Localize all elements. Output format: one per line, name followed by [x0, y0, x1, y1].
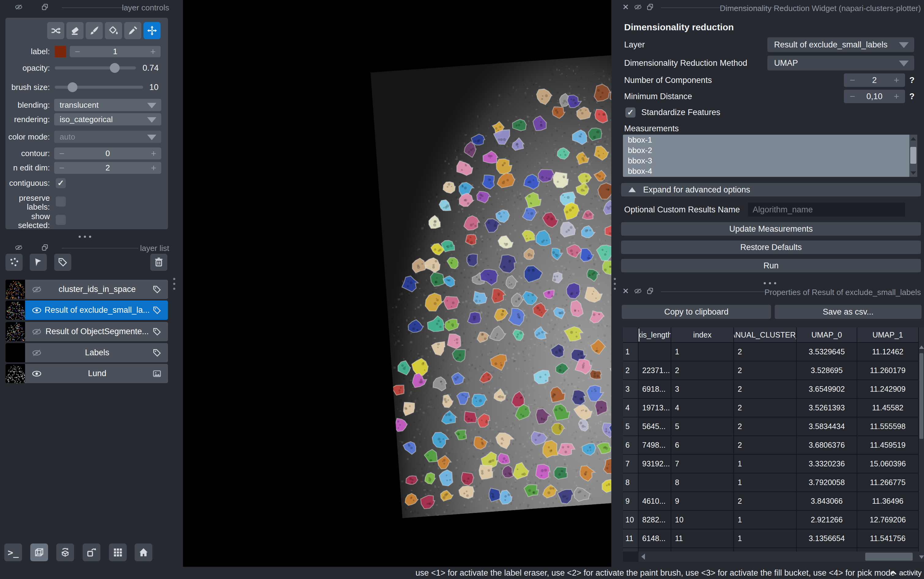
opacity-slider-handle[interactable]	[110, 63, 120, 73]
float-panel-icon[interactable]	[41, 3, 49, 11]
copy-to-clipboard-button[interactable]: Copy to clipboard	[622, 305, 771, 319]
min-distance-decrement[interactable]: −	[844, 91, 861, 101]
paintbrush-tool-button[interactable]	[86, 22, 103, 39]
table-cell[interactable]: 2.921266	[797, 511, 857, 530]
table-cell[interactable]: 3.5329645	[797, 343, 857, 361]
pan-arrows-tool-button[interactable]	[144, 22, 161, 39]
table-cell[interactable]: 2	[734, 343, 797, 361]
table-cell[interactable]: 2	[734, 417, 797, 436]
hide-dock-icon[interactable]	[634, 287, 642, 295]
table-cell[interactable]: 5645...	[638, 417, 671, 436]
float-panel-icon[interactable]	[646, 287, 654, 295]
table-cell[interactable]: 2	[734, 399, 797, 417]
measurement-item-bbox-1[interactable]: bbox-1	[623, 135, 917, 145]
contour-increment[interactable]: +	[146, 149, 161, 159]
label-increment[interactable]: +	[145, 46, 161, 57]
measurement-item-bbox-3[interactable]: bbox-3	[623, 155, 917, 166]
fill-bucket-tool-button[interactable]	[105, 22, 122, 39]
layer-controls-resize-handle[interactable]	[78, 236, 91, 238]
table-cell[interactable]: 11.260179	[857, 361, 919, 380]
table-cell[interactable]: 3.5261393	[797, 399, 857, 417]
table-cell[interactable]: 1	[671, 343, 734, 361]
console-button[interactable]: >_	[4, 543, 22, 561]
table-cell[interactable]: 1	[734, 473, 797, 492]
row-header-2[interactable]: 2	[623, 361, 638, 380]
table-cell[interactable]	[638, 343, 671, 361]
table-cell[interactable]: 8282...	[638, 511, 671, 530]
table-cell[interactable]: 11.459519	[857, 436, 919, 455]
eraser-tool-button[interactable]	[66, 22, 83, 39]
new-points-layer-button[interactable]	[5, 254, 23, 271]
row-header-8[interactable]: 8	[623, 473, 638, 492]
components-decrement[interactable]: −	[844, 75, 861, 85]
column-header-3[interactable]: UMAP_0	[797, 327, 857, 343]
activity-button[interactable]: activity	[888, 568, 922, 578]
scroll-left-icon[interactable]	[638, 551, 648, 562]
measurement-item-bbox-2[interactable]: bbox-2	[623, 145, 917, 155]
show-selected-checkbox[interactable]	[56, 215, 66, 225]
table-cell[interactable]: 19713...	[638, 399, 671, 417]
preserve-labels-checkbox[interactable]	[56, 196, 66, 206]
widget-resize-handle[interactable]	[764, 282, 776, 284]
table-cell[interactable]: 3.6806376	[797, 436, 857, 455]
row-header-4[interactable]: 4	[623, 399, 638, 417]
measurement-item-bbox-4[interactable]: bbox-4	[623, 166, 917, 176]
column-header-2[interactable]: ANUAL_CLUSTER_	[734, 327, 797, 343]
table-cell[interactable]: 1	[734, 511, 797, 530]
column-header-0[interactable]: xis_length	[638, 327, 671, 343]
scroll-up-icon[interactable]	[919, 343, 924, 351]
hide-dock-icon[interactable]	[15, 244, 23, 252]
table-cell[interactable]	[638, 548, 671, 551]
table-cell[interactable]: 6	[671, 436, 734, 455]
row-header-6[interactable]: 6	[623, 436, 638, 455]
shuffle-tool-button[interactable]	[47, 22, 64, 39]
column-header-1[interactable]: index	[671, 327, 734, 343]
horizontal-scrollbar[interactable]	[638, 551, 919, 562]
table-cell[interactable]: 11.242909	[857, 380, 919, 399]
table-cell[interactable]: 7498...	[638, 436, 671, 455]
scroll-down-icon[interactable]	[909, 169, 917, 177]
custom-results-name-input[interactable]: Algorithm_name	[748, 203, 905, 217]
grid-view-button[interactable]	[109, 543, 127, 561]
standardize-features-checkbox[interactable]: ✓	[625, 108, 635, 118]
restore-defaults-button[interactable]: Restore Defaults	[621, 240, 921, 254]
table-cell[interactable]: 15.060396	[857, 455, 919, 473]
row-header-12[interactable]: 12	[623, 548, 638, 551]
eye-slash-icon[interactable]	[32, 285, 42, 294]
blending-dropdown[interactable]: translucent	[54, 99, 161, 111]
table-cell[interactable]: 1	[734, 530, 797, 548]
label-color-swatch[interactable]	[55, 46, 66, 57]
eye-slash-icon[interactable]	[32, 348, 42, 358]
table-cell[interactable]: 3.1356654	[797, 530, 857, 548]
n-edit-dim-spinbox[interactable]: − 2 +	[54, 162, 161, 174]
table-cell[interactable]	[857, 548, 919, 551]
contour-spinbox[interactable]: − 0 +	[54, 147, 161, 159]
row-header-1[interactable]: 1	[623, 343, 638, 361]
new-shapes-layer-button[interactable]	[30, 254, 47, 271]
float-panel-icon[interactable]	[646, 3, 654, 11]
layer-row-result-of-objectsegmente-[interactable]: Result of ObjectSegmente...	[5, 322, 168, 341]
run-button[interactable]: Run	[621, 259, 921, 272]
table-cell[interactable]: 2	[671, 361, 734, 380]
measurements-scrollbar[interactable]	[909, 135, 917, 177]
table-cell[interactable]	[638, 473, 671, 492]
table-cell[interactable]: 3.7920058	[797, 473, 857, 492]
update-measurements-button[interactable]: Update Measurements	[621, 222, 921, 236]
row-header-10[interactable]: 10	[623, 511, 638, 530]
table-cell[interactable]: 11.45582	[857, 399, 919, 417]
contiguous-checkbox[interactable]: ✓	[56, 178, 66, 188]
vertical-scrollbar[interactable]	[919, 327, 924, 562]
n-edit-dim-decrement[interactable]: −	[54, 163, 69, 173]
table-cell[interactable]: 3.843066	[797, 492, 857, 511]
close-widget-icon[interactable]: ✕	[622, 3, 630, 11]
table-cell[interactable]: 2	[734, 492, 797, 511]
table-cell[interactable]: 9	[671, 492, 734, 511]
contour-decrement[interactable]: −	[54, 149, 69, 159]
table-cell[interactable]: 6148...	[638, 530, 671, 548]
eye-slash-icon[interactable]	[32, 327, 42, 337]
opacity-slider[interactable]	[55, 66, 136, 69]
table-cell[interactable]: 3.5834434	[797, 417, 857, 436]
table-cell[interactable]: 12.769206	[857, 511, 919, 530]
ndisplay-toggle-button[interactable]	[30, 543, 48, 561]
eye-open-icon[interactable]	[32, 306, 42, 315]
